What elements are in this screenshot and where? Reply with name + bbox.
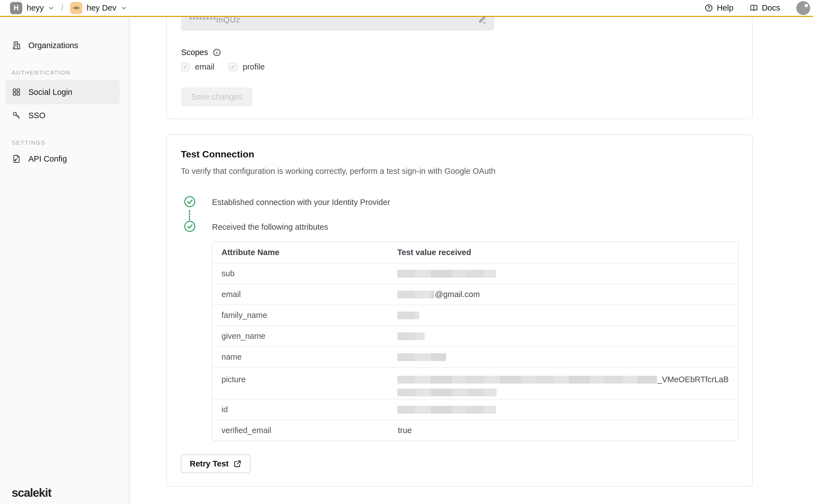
- api-config-file-icon: [12, 154, 21, 164]
- table-row-verified-email: verified_email true: [212, 420, 738, 441]
- scopes-label: Scopes: [181, 48, 208, 57]
- test-connection-description: To verify that configuration is working …: [181, 167, 496, 176]
- grid-icon: [12, 87, 21, 97]
- attribute-name-cell: verified_email: [212, 426, 397, 435]
- scope-label: profile: [243, 62, 265, 71]
- sidebar-item-social-login[interactable]: Social Login: [6, 80, 120, 104]
- sidebar-item-label: API Config: [28, 154, 67, 164]
- redacted-value: [397, 291, 434, 298]
- scopes-checkboxes: ✓ email ✓ profile: [181, 62, 279, 71]
- column-header-test-value: Test value received: [397, 248, 738, 257]
- redacted-value: [397, 332, 425, 340]
- help-circle-icon: [704, 4, 713, 12]
- user-avatar[interactable]: [796, 1, 810, 15]
- help-label: Help: [717, 3, 733, 13]
- docs-link[interactable]: Docs: [750, 3, 780, 13]
- redacted-value: [397, 270, 496, 278]
- scope-label: email: [195, 62, 214, 71]
- sidebar-item-api-config[interactable]: API Config: [0, 150, 129, 168]
- scalekit-logo: scalekit: [12, 486, 51, 500]
- step-connector-line: [189, 210, 190, 221]
- attribute-name-cell: given_name: [212, 332, 397, 341]
- success-check-icon: [184, 221, 196, 232]
- attribute-name-cell: email: [212, 290, 397, 299]
- org-avatar[interactable]: H: [10, 2, 22, 14]
- org-name[interactable]: heyy: [27, 3, 44, 13]
- external-link-icon: [233, 460, 242, 468]
- table-row-id: id: [212, 399, 738, 420]
- value-text: @gmail.com: [435, 290, 480, 299]
- top-bar: H heyy / </> hey Dev Help: [0, 0, 813, 17]
- success-check-icon: [184, 196, 196, 207]
- key-icon: [12, 111, 21, 120]
- redacted-value: [397, 312, 419, 319]
- test-connection-card: Test Connection To verify that configura…: [166, 134, 753, 487]
- project-badge-icon[interactable]: </>: [70, 2, 82, 14]
- redacted-value: [397, 376, 657, 384]
- scalekit-dashboard: Organizations AUTHENTICATION Social Logi…: [0, 0, 813, 504]
- checkbox-checked-icon[interactable]: ✓: [181, 63, 189, 71]
- save-changes-button[interactable]: Save changes: [181, 87, 252, 107]
- attribute-name-cell: sub: [212, 269, 397, 278]
- table-row-picture: picture _VMeOEbRTfcrLaB: [212, 367, 738, 399]
- table-row-sub: sub: [212, 263, 738, 284]
- project-name[interactable]: hey Dev: [87, 3, 116, 13]
- chevron-down-icon[interactable]: [121, 5, 127, 11]
- test-connection-title: Test Connection: [181, 149, 254, 160]
- help-link[interactable]: Help: [704, 3, 733, 13]
- scope-profile[interactable]: ✓ profile: [229, 62, 265, 71]
- retry-test-label: Retry Test: [190, 459, 229, 468]
- breadcrumb-separator: /: [61, 3, 63, 13]
- scopes-row: Scopes: [181, 48, 221, 57]
- column-header-attribute-name: Attribute Name: [212, 248, 397, 257]
- sidebar-item-label: Social Login: [28, 88, 72, 97]
- attribute-name-cell: id: [212, 405, 397, 414]
- table-row-name: name: [212, 346, 738, 367]
- info-icon[interactable]: [213, 48, 221, 57]
- provider-config-card: ********mQUz Scopes ✓ email: [166, 0, 753, 119]
- table-row-family-name: family_name: [212, 305, 738, 325]
- redacted-value: [397, 353, 446, 361]
- redacted-value: [397, 389, 497, 396]
- table-row-email: email @gmail.com: [212, 284, 738, 305]
- top-bar-actions: Help Docs: [704, 1, 803, 15]
- value-text: _VMeOEbRTfcrLaB: [657, 375, 729, 384]
- attribute-name-cell: picture: [212, 368, 397, 384]
- breadcrumb: H heyy / </> hey Dev: [10, 2, 127, 14]
- checkbox-checked-icon[interactable]: ✓: [229, 63, 237, 71]
- redacted-value: [397, 406, 496, 414]
- organizations-icon: [12, 41, 21, 50]
- chevron-down-icon[interactable]: [48, 5, 54, 11]
- sidebar-item-sso[interactable]: SSO: [0, 107, 129, 124]
- attributes-table: Attribute Name Test value received sub e…: [212, 241, 739, 441]
- value-text: true: [398, 426, 412, 435]
- attribute-name-cell: family_name: [212, 311, 397, 320]
- docs-book-icon: [750, 4, 758, 12]
- sidebar-section-settings: SETTINGS: [0, 139, 129, 146]
- retry-test-button[interactable]: Retry Test: [181, 454, 250, 473]
- sidebar-item-organizations[interactable]: Organizations: [0, 36, 129, 54]
- step-received-attributes: Received the following attributes: [212, 223, 328, 232]
- docs-label: Docs: [762, 3, 780, 13]
- attribute-name-cell: name: [212, 352, 397, 362]
- table-header-row: Attribute Name Test value received: [212, 242, 738, 263]
- table-row-given-name: given_name: [212, 325, 738, 346]
- step-established-connection: Established connection with your Identit…: [212, 198, 390, 207]
- sidebar-section-authentication: AUTHENTICATION: [0, 69, 129, 76]
- sidebar-item-label: SSO: [28, 111, 45, 120]
- sidebar-item-label: Organizations: [28, 41, 78, 50]
- scope-email[interactable]: ✓ email: [181, 62, 214, 71]
- sidebar: Organizations AUTHENTICATION Social Logi…: [0, 18, 130, 504]
